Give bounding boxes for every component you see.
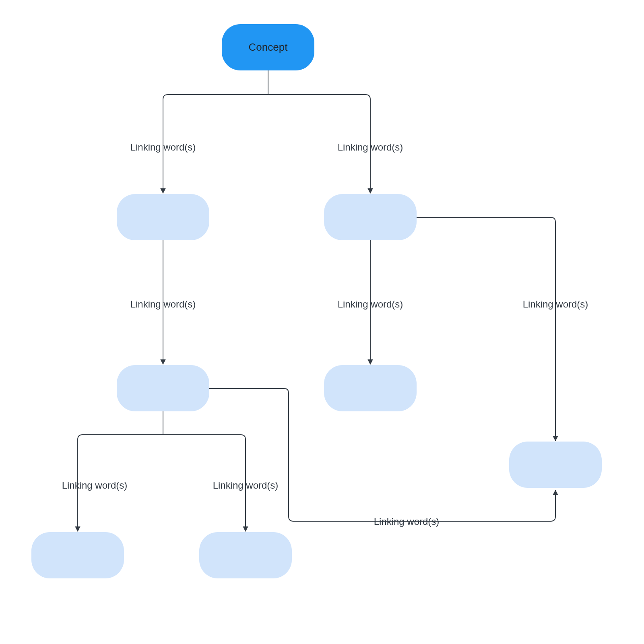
node-right1[interactable] (324, 194, 417, 240)
svg-rect-7 (509, 442, 602, 488)
edge-label-left2-botL: Linking word(s) (62, 480, 128, 491)
node-right2[interactable] (324, 365, 417, 411)
node-root[interactable]: Concept (222, 24, 314, 70)
node-bottom-left[interactable] (31, 532, 124, 578)
node-left1[interactable] (117, 194, 209, 240)
edge-label-right1-right2: Linking word(s) (338, 299, 403, 310)
node-left2[interactable] (117, 365, 209, 411)
edge-label-left2-botM: Linking word(s) (213, 480, 279, 491)
svg-rect-5 (31, 532, 124, 578)
svg-rect-2 (324, 194, 417, 240)
edge-right1-far (417, 217, 555, 441)
node-far-right[interactable] (509, 442, 602, 488)
node-bottom-middle[interactable] (199, 532, 292, 578)
edge-label-left2-far: Linking word(s) (374, 516, 440, 527)
svg-rect-6 (199, 532, 292, 578)
edge-label-left1-left2: Linking word(s) (130, 299, 196, 310)
node-root-label: Concept (249, 41, 288, 53)
edge-label-root-left: Linking word(s) (130, 142, 196, 153)
svg-rect-1 (117, 194, 209, 240)
edge-label-right1-far: Linking word(s) (523, 299, 588, 310)
svg-rect-4 (324, 365, 417, 411)
svg-rect-3 (117, 365, 209, 411)
edge-label-root-right: Linking word(s) (338, 142, 403, 153)
